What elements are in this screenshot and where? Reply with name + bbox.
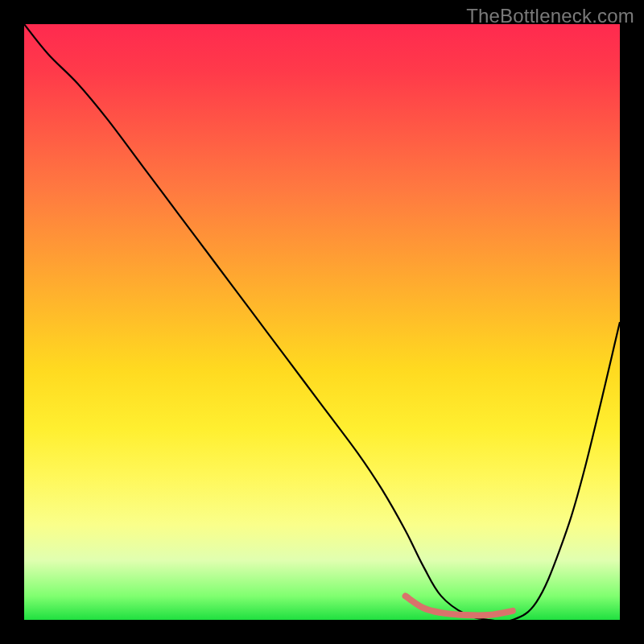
chart-plot-area [24,24,620,620]
highlight-curve [24,24,620,620]
watermark-text: TheBottleneck.com [466,5,634,27]
